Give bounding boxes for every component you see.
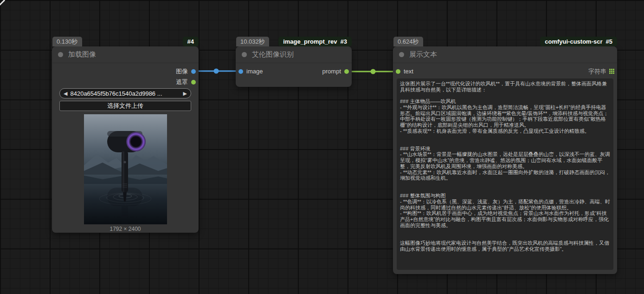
combo-value: 8420a6545f5b76c1540a2d9986 ...: [70, 90, 180, 97]
node-id: #4: [187, 38, 194, 45]
value-type-label: 字符串: [588, 67, 606, 76]
node-id: #5: [606, 38, 612, 45]
node-header[interactable]: 加载图像: [52, 46, 199, 63]
wire-prompt-midpoint-dot[interactable]: [371, 69, 376, 74]
output-port-image[interactable]: 图像: [176, 67, 196, 76]
collapse-dot[interactable]: [399, 52, 404, 57]
input-port-image[interactable]: image: [238, 68, 263, 75]
image-preview: [84, 114, 167, 224]
output-label: 图像: [176, 67, 188, 76]
node-graph-canvas[interactable]: 0.130秒 #4 加载图像 图像 遮罩 ◀ 8420a: [0, 0, 644, 294]
input-label: image: [246, 68, 263, 75]
node-title: 展示文本: [409, 50, 437, 59]
output-label: prompt: [322, 68, 341, 75]
port-dot-mask[interactable]: [191, 80, 196, 85]
port-dot-image[interactable]: [191, 69, 196, 74]
string-grid-icon[interactable]: [609, 69, 614, 74]
port-dot-image-in[interactable]: [238, 69, 243, 74]
collapse-dot[interactable]: [58, 52, 63, 57]
output-port-mask[interactable]: 遮罩: [176, 78, 196, 86]
node-show-text[interactable]: 0.624秒 comfyui-custom-scr #5 展示文本 text 字…: [393, 46, 617, 274]
image-dimensions: 1792 × 2400: [52, 226, 199, 232]
input-label: text: [404, 68, 413, 75]
node-header[interactable]: 展示文本: [393, 46, 617, 63]
node-id: #3: [341, 38, 347, 45]
port-dot-prompt[interactable]: [344, 69, 349, 74]
output-port-prompt[interactable]: prompt: [322, 68, 349, 75]
image-file-combo[interactable]: ◀ 8420a6545f5b76c1540a2d9986 ... ▶: [59, 88, 191, 98]
node-header[interactable]: 艾伦图像识别: [236, 46, 352, 63]
exec-time-badge: 10.032秒: [236, 37, 269, 46]
exec-time-badge: 0.130秒: [52, 37, 82, 46]
node-image-recognition[interactable]: 10.032秒 image_prompt_rev #3 艾伦图像识别 image…: [236, 46, 352, 87]
node-source-name: comfyui-custom-scr: [545, 38, 602, 45]
combo-left-arrow-icon[interactable]: ◀: [64, 91, 67, 96]
pen-cursor-icon: [0, 0, 7, 7]
output-label: 遮罩: [176, 78, 188, 86]
node-source-name: image_prompt_rev: [283, 38, 337, 45]
port-dot-text-in[interactable]: [396, 69, 400, 74]
node-load-image[interactable]: 0.130秒 #4 加载图像 图像 遮罩 ◀ 8420a: [52, 46, 199, 233]
node-id-badge: #4: [183, 37, 199, 46]
node-title: 艾伦图像识别: [252, 50, 294, 59]
input-port-text[interactable]: text: [396, 68, 413, 75]
upload-file-button[interactable]: 选择文件上传: [59, 101, 191, 111]
display-text-widget[interactable]: 这张图片展示了一台**现代化设计的吹风机**，置于具有山水意境的背景前，整体画面…: [397, 78, 613, 270]
collapse-dot[interactable]: [242, 52, 247, 57]
exec-time-badge: 0.624秒: [393, 37, 423, 46]
combo-right-arrow-icon[interactable]: ▶: [183, 91, 187, 96]
node-title: 加载图像: [68, 50, 96, 59]
node-id-badge: comfyui-custom-scr #5: [540, 37, 617, 46]
wire-image-midpoint-dot[interactable]: [214, 69, 219, 74]
node-id-badge: image_prompt_rev #3: [278, 37, 352, 46]
